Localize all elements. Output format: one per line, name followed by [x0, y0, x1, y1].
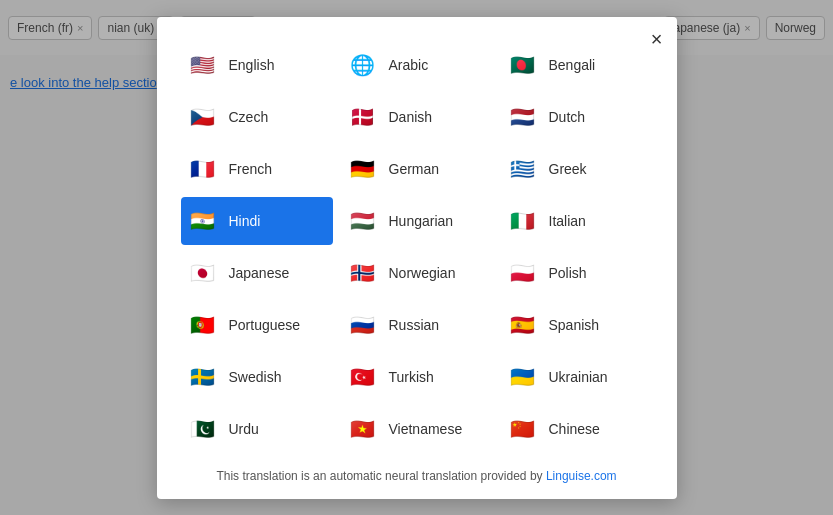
- arabic-label: Arabic: [389, 57, 429, 73]
- polish-label: Polish: [549, 265, 587, 281]
- lang-item-russian[interactable]: 🇷🇺Russian: [341, 301, 493, 349]
- lang-item-czech[interactable]: 🇨🇿Czech: [181, 93, 333, 141]
- lang-item-dutch[interactable]: 🇳🇱Dutch: [501, 93, 653, 141]
- norwegian-flag: 🇳🇴: [347, 257, 379, 289]
- lang-item-vietnamese[interactable]: 🇻🇳Vietnamese: [341, 405, 493, 453]
- lang-item-spanish[interactable]: 🇪🇸Spanish: [501, 301, 653, 349]
- swedish-flag: 🇸🇪: [187, 361, 219, 393]
- lang-item-swedish[interactable]: 🇸🇪Swedish: [181, 353, 333, 401]
- ukrainian-label: Ukrainian: [549, 369, 608, 385]
- lang-item-hindi[interactable]: 🇮🇳Hindi: [181, 197, 333, 245]
- lang-item-ukrainian[interactable]: 🇺🇦Ukrainian: [501, 353, 653, 401]
- spanish-label: Spanish: [549, 317, 600, 333]
- lang-item-turkish[interactable]: 🇹🇷Turkish: [341, 353, 493, 401]
- lang-item-bengali[interactable]: 🇧🇩Bengali: [501, 41, 653, 89]
- french-flag: 🇫🇷: [187, 153, 219, 185]
- hungarian-flag: 🇭🇺: [347, 205, 379, 237]
- language-grid: 🇺🇸English🌐Arabic🇧🇩Bengali🇨🇿Czech🇩🇰Danish…: [181, 41, 653, 453]
- vietnamese-flag: 🇻🇳: [347, 413, 379, 445]
- chinese-flag: 🇨🇳: [507, 413, 539, 445]
- turkish-label: Turkish: [389, 369, 434, 385]
- lang-item-urdu[interactable]: 🇵🇰Urdu: [181, 405, 333, 453]
- greek-flag: 🇬🇷: [507, 153, 539, 185]
- footer-label: This translation is an automatic neural …: [216, 469, 546, 483]
- czech-label: Czech: [229, 109, 269, 125]
- lang-item-polish[interactable]: 🇵🇱Polish: [501, 249, 653, 297]
- japanese-flag: 🇯🇵: [187, 257, 219, 289]
- language-modal: × 🇺🇸English🌐Arabic🇧🇩Bengali🇨🇿Czech🇩🇰Dani…: [157, 17, 677, 499]
- lang-item-hungarian[interactable]: 🇭🇺Hungarian: [341, 197, 493, 245]
- ukrainian-flag: 🇺🇦: [507, 361, 539, 393]
- swedish-label: Swedish: [229, 369, 282, 385]
- portuguese-label: Portuguese: [229, 317, 301, 333]
- dutch-label: Dutch: [549, 109, 586, 125]
- french-label: French: [229, 161, 273, 177]
- norwegian-label: Norwegian: [389, 265, 456, 281]
- polish-flag: 🇵🇱: [507, 257, 539, 289]
- russian-label: Russian: [389, 317, 440, 333]
- japanese-label: Japanese: [229, 265, 290, 281]
- footer-link[interactable]: Linguise.com: [546, 469, 617, 483]
- modal-overlay: × 🇺🇸English🌐Arabic🇧🇩Bengali🇨🇿Czech🇩🇰Dani…: [0, 0, 833, 515]
- danish-label: Danish: [389, 109, 433, 125]
- lang-item-chinese[interactable]: 🇨🇳Chinese: [501, 405, 653, 453]
- italian-label: Italian: [549, 213, 586, 229]
- hindi-label: Hindi: [229, 213, 261, 229]
- portuguese-flag: 🇵🇹: [187, 309, 219, 341]
- dutch-flag: 🇳🇱: [507, 101, 539, 133]
- arabic-flag: 🌐: [347, 49, 379, 81]
- lang-item-german[interactable]: 🇩🇪German: [341, 145, 493, 193]
- spanish-flag: 🇪🇸: [507, 309, 539, 341]
- turkish-flag: 🇹🇷: [347, 361, 379, 393]
- chinese-label: Chinese: [549, 421, 600, 437]
- czech-flag: 🇨🇿: [187, 101, 219, 133]
- lang-item-french[interactable]: 🇫🇷French: [181, 145, 333, 193]
- lang-item-greek[interactable]: 🇬🇷Greek: [501, 145, 653, 193]
- modal-close-button[interactable]: ×: [651, 29, 663, 49]
- bengali-flag: 🇧🇩: [507, 49, 539, 81]
- lang-item-english[interactable]: 🇺🇸English: [181, 41, 333, 89]
- lang-item-arabic[interactable]: 🌐Arabic: [341, 41, 493, 89]
- lang-item-danish[interactable]: 🇩🇰Danish: [341, 93, 493, 141]
- lang-item-japanese[interactable]: 🇯🇵Japanese: [181, 249, 333, 297]
- hindi-flag: 🇮🇳: [187, 205, 219, 237]
- bengali-label: Bengali: [549, 57, 596, 73]
- urdu-flag: 🇵🇰: [187, 413, 219, 445]
- lang-item-italian[interactable]: 🇮🇹Italian: [501, 197, 653, 245]
- english-flag: 🇺🇸: [187, 49, 219, 81]
- lang-item-portuguese[interactable]: 🇵🇹Portuguese: [181, 301, 333, 349]
- english-label: English: [229, 57, 275, 73]
- italian-flag: 🇮🇹: [507, 205, 539, 237]
- german-label: German: [389, 161, 440, 177]
- greek-label: Greek: [549, 161, 587, 177]
- lang-item-norwegian[interactable]: 🇳🇴Norwegian: [341, 249, 493, 297]
- german-flag: 🇩🇪: [347, 153, 379, 185]
- russian-flag: 🇷🇺: [347, 309, 379, 341]
- vietnamese-label: Vietnamese: [389, 421, 463, 437]
- urdu-label: Urdu: [229, 421, 259, 437]
- hungarian-label: Hungarian: [389, 213, 454, 229]
- danish-flag: 🇩🇰: [347, 101, 379, 133]
- footer-text: This translation is an automatic neural …: [181, 469, 653, 483]
